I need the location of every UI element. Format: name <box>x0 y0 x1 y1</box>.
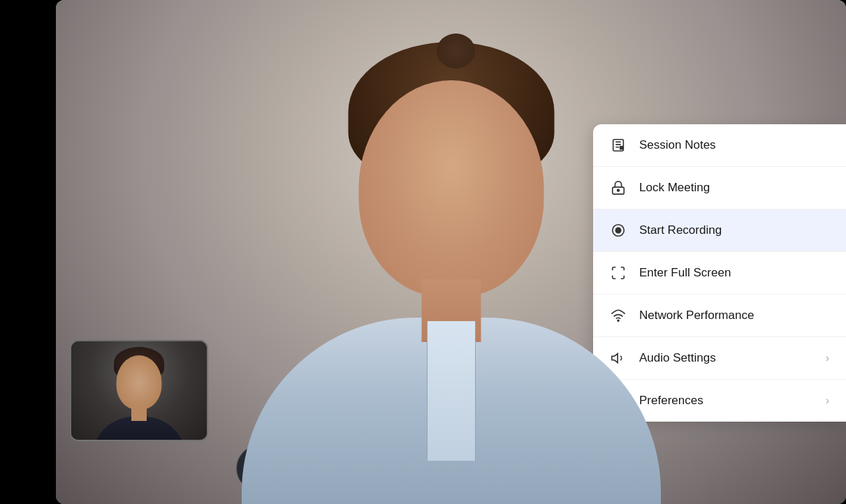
notes-icon <box>610 137 627 154</box>
left-sidebar <box>0 0 56 504</box>
self-view-thumbnail <box>70 340 208 441</box>
menu-item-lock-meeting[interactable]: Lock Meeting <box>593 167 846 209</box>
context-menu: Session Notes Lock Meeting Start Recordi… <box>593 124 846 422</box>
menu-item-start-recording[interactable]: Start Recording <box>593 209 846 252</box>
lock-icon <box>610 179 627 196</box>
menu-item-session-notes[interactable]: Session Notes <box>593 124 846 167</box>
menu-item-network-performance[interactable]: Network Performance <box>593 295 846 337</box>
menu-label-start-recording: Start Recording <box>639 223 829 237</box>
menu-label-enter-fullscreen: Enter Full Screen <box>639 266 829 280</box>
menu-label-session-notes: Session Notes <box>639 138 829 152</box>
audio-icon <box>610 350 627 366</box>
record-icon <box>610 222 627 239</box>
menu-item-audio-settings[interactable]: Audio Settings › <box>593 337 846 380</box>
fullscreen-icon <box>610 265 627 281</box>
menu-label-preferences: Preferences <box>639 394 813 408</box>
audio-settings-chevron: › <box>826 352 829 364</box>
svg-point-10 <box>618 320 619 321</box>
preferences-chevron: › <box>826 394 829 407</box>
svg-point-7 <box>618 189 620 191</box>
menu-label-lock-meeting: Lock Meeting <box>639 181 829 195</box>
wifi-icon <box>610 307 627 324</box>
menu-item-enter-fullscreen[interactable]: Enter Full Screen <box>593 252 846 295</box>
menu-label-audio-settings: Audio Settings <box>639 351 813 365</box>
svg-rect-5 <box>620 146 624 150</box>
menu-label-network-performance: Network Performance <box>639 309 829 323</box>
svg-point-9 <box>615 228 620 232</box>
svg-marker-11 <box>612 354 618 363</box>
